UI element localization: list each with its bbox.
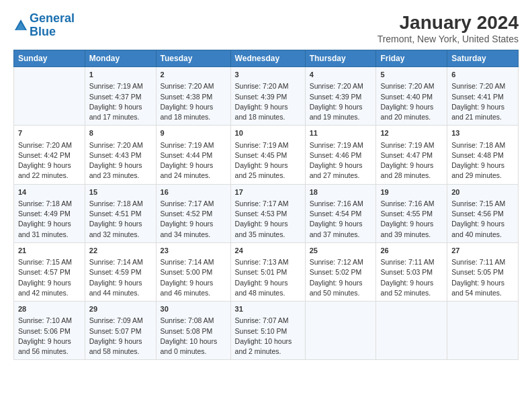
calendar-cell: 19Sunrise: 7:16 AM Sunset: 4:55 PM Dayli… (376, 184, 447, 242)
cell-content: Sunrise: 7:20 AM Sunset: 4:41 PM Dayligh… (451, 81, 514, 122)
header-cell-wednesday: Wednesday (230, 50, 305, 67)
calendar-header: SundayMondayTuesdayWednesdayThursdayFrid… (14, 50, 519, 67)
cell-content: Sunrise: 7:14 AM Sunset: 4:59 PM Dayligh… (89, 257, 152, 298)
calendar-cell: 8Sunrise: 7:20 AM Sunset: 4:43 PM Daylig… (85, 126, 156, 184)
day-number: 10 (235, 128, 301, 138)
week-row-3: 14Sunrise: 7:18 AM Sunset: 4:49 PM Dayli… (14, 184, 519, 242)
logo-icon (13, 18, 28, 33)
logo-line1: General (30, 11, 75, 25)
logo-text: General Blue (30, 12, 75, 39)
calendar-cell (14, 67, 85, 126)
day-number: 6 (451, 70, 514, 80)
day-number: 20 (451, 187, 514, 197)
day-number: 23 (161, 246, 226, 256)
calendar-cell: 7Sunrise: 7:20 AM Sunset: 4:42 PM Daylig… (14, 126, 85, 184)
calendar-cell: 30Sunrise: 7:08 AM Sunset: 5:08 PM Dayli… (156, 302, 230, 360)
day-number: 27 (451, 246, 514, 256)
header-cell-saturday: Saturday (447, 50, 519, 67)
week-row-2: 7Sunrise: 7:20 AM Sunset: 4:42 PM Daylig… (14, 126, 519, 184)
day-number: 24 (235, 246, 301, 256)
cell-content: Sunrise: 7:18 AM Sunset: 4:51 PM Dayligh… (89, 199, 152, 240)
calendar-cell (447, 302, 519, 360)
calendar-cell: 27Sunrise: 7:11 AM Sunset: 5:05 PM Dayli… (447, 242, 519, 301)
header-cell-friday: Friday (376, 50, 447, 67)
calendar-cell: 26Sunrise: 7:11 AM Sunset: 5:03 PM Dayli… (376, 242, 447, 301)
day-number: 11 (310, 128, 372, 138)
header-cell-thursday: Thursday (305, 50, 376, 67)
day-number: 25 (310, 246, 372, 256)
calendar-cell: 31Sunrise: 7:07 AM Sunset: 5:10 PM Dayli… (230, 302, 305, 360)
calendar-cell: 17Sunrise: 7:17 AM Sunset: 4:53 PM Dayli… (230, 184, 305, 242)
week-row-5: 28Sunrise: 7:10 AM Sunset: 5:06 PM Dayli… (14, 302, 519, 360)
cell-content: Sunrise: 7:18 AM Sunset: 4:49 PM Dayligh… (18, 199, 81, 240)
header-cell-tuesday: Tuesday (156, 50, 230, 67)
cell-content: Sunrise: 7:08 AM Sunset: 5:08 PM Dayligh… (161, 316, 226, 357)
cell-content: Sunrise: 7:19 AM Sunset: 4:47 PM Dayligh… (380, 140, 443, 181)
day-number: 14 (18, 187, 81, 197)
day-number: 17 (235, 187, 301, 197)
cell-content: Sunrise: 7:19 AM Sunset: 4:44 PM Dayligh… (161, 140, 226, 181)
day-number: 2 (161, 70, 226, 80)
calendar-cell: 18Sunrise: 7:16 AM Sunset: 4:54 PM Dayli… (305, 184, 376, 242)
calendar-cell: 12Sunrise: 7:19 AM Sunset: 4:47 PM Dayli… (376, 126, 447, 184)
cell-content: Sunrise: 7:11 AM Sunset: 5:03 PM Dayligh… (380, 257, 443, 298)
cell-content: Sunrise: 7:17 AM Sunset: 4:53 PM Dayligh… (235, 199, 301, 240)
cell-content: Sunrise: 7:20 AM Sunset: 4:42 PM Dayligh… (18, 140, 81, 181)
cell-content: Sunrise: 7:19 AM Sunset: 4:37 PM Dayligh… (89, 81, 152, 122)
day-number: 5 (380, 70, 443, 80)
cell-content: Sunrise: 7:20 AM Sunset: 4:39 PM Dayligh… (310, 81, 372, 122)
day-number: 8 (89, 128, 152, 138)
page: General Blue January 2024 Tremont, New Y… (0, 0, 532, 411)
day-number: 18 (310, 187, 372, 197)
cell-content: Sunrise: 7:17 AM Sunset: 4:52 PM Dayligh… (161, 199, 226, 240)
week-row-4: 21Sunrise: 7:15 AM Sunset: 4:57 PM Dayli… (14, 242, 519, 301)
day-number: 21 (18, 246, 81, 256)
day-number: 15 (89, 187, 152, 197)
logo: General Blue (13, 12, 75, 39)
calendar-cell: 16Sunrise: 7:17 AM Sunset: 4:52 PM Dayli… (156, 184, 230, 242)
day-number: 4 (310, 70, 372, 80)
calendar-cell: 20Sunrise: 7:15 AM Sunset: 4:56 PM Dayli… (447, 184, 519, 242)
cell-content: Sunrise: 7:15 AM Sunset: 4:57 PM Dayligh… (18, 257, 81, 298)
logo-line2: Blue (30, 25, 56, 38)
calendar-cell: 5Sunrise: 7:20 AM Sunset: 4:40 PM Daylig… (376, 67, 447, 126)
header-row: SundayMondayTuesdayWednesdayThursdayFrid… (14, 50, 519, 67)
header: General Blue January 2024 Tremont, New Y… (13, 12, 519, 44)
calendar-cell: 1Sunrise: 7:19 AM Sunset: 4:37 PM Daylig… (85, 67, 156, 126)
day-number: 12 (380, 128, 443, 138)
day-number: 7 (18, 128, 81, 138)
calendar-cell: 23Sunrise: 7:14 AM Sunset: 5:00 PM Dayli… (156, 242, 230, 301)
cell-content: Sunrise: 7:11 AM Sunset: 5:05 PM Dayligh… (451, 257, 514, 298)
calendar-cell: 22Sunrise: 7:14 AM Sunset: 4:59 PM Dayli… (85, 242, 156, 301)
cell-content: Sunrise: 7:09 AM Sunset: 5:07 PM Dayligh… (89, 316, 152, 357)
calendar-cell: 28Sunrise: 7:10 AM Sunset: 5:06 PM Dayli… (14, 302, 85, 360)
day-number: 22 (89, 246, 152, 256)
header-cell-sunday: Sunday (14, 50, 85, 67)
calendar-cell: 14Sunrise: 7:18 AM Sunset: 4:49 PM Dayli… (14, 184, 85, 242)
calendar-cell: 3Sunrise: 7:20 AM Sunset: 4:39 PM Daylig… (230, 67, 305, 126)
calendar-cell: 10Sunrise: 7:19 AM Sunset: 4:45 PM Dayli… (230, 126, 305, 184)
cell-content: Sunrise: 7:13 AM Sunset: 5:01 PM Dayligh… (235, 257, 301, 298)
header-cell-monday: Monday (85, 50, 156, 67)
cell-content: Sunrise: 7:19 AM Sunset: 4:46 PM Dayligh… (310, 140, 372, 181)
week-row-1: 1Sunrise: 7:19 AM Sunset: 4:37 PM Daylig… (14, 67, 519, 126)
cell-content: Sunrise: 7:19 AM Sunset: 4:45 PM Dayligh… (235, 140, 301, 181)
calendar-cell (305, 302, 376, 360)
calendar-cell: 11Sunrise: 7:19 AM Sunset: 4:46 PM Dayli… (305, 126, 376, 184)
calendar-cell: 24Sunrise: 7:13 AM Sunset: 5:01 PM Dayli… (230, 242, 305, 301)
calendar-cell: 21Sunrise: 7:15 AM Sunset: 4:57 PM Dayli… (14, 242, 85, 301)
day-number: 16 (161, 187, 226, 197)
main-title: January 2024 (378, 12, 519, 34)
day-number: 1 (89, 70, 152, 80)
day-number: 28 (18, 304, 81, 314)
day-number: 13 (451, 128, 514, 138)
day-number: 31 (235, 304, 301, 314)
cell-content: Sunrise: 7:12 AM Sunset: 5:02 PM Dayligh… (310, 257, 372, 298)
cell-content: Sunrise: 7:20 AM Sunset: 4:39 PM Dayligh… (235, 81, 301, 122)
cell-content: Sunrise: 7:16 AM Sunset: 4:54 PM Dayligh… (310, 199, 372, 240)
title-section: January 2024 Tremont, New York, United S… (378, 12, 519, 44)
day-number: 26 (380, 246, 443, 256)
calendar-table: SundayMondayTuesdayWednesdayThursdayFrid… (13, 50, 519, 360)
day-number: 3 (235, 70, 301, 80)
calendar-cell: 29Sunrise: 7:09 AM Sunset: 5:07 PM Dayli… (85, 302, 156, 360)
